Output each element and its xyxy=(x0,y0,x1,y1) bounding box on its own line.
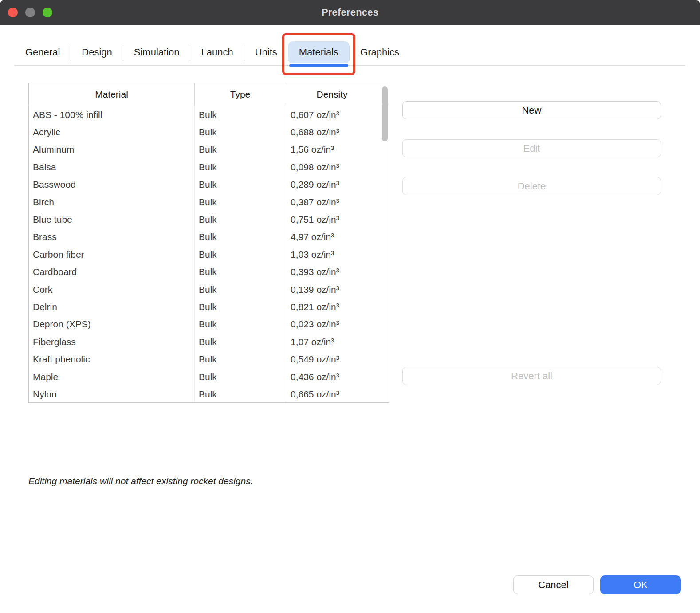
table-header: Material Type Density xyxy=(29,83,389,106)
cell-type: Bulk xyxy=(195,263,286,281)
table-row[interactable]: Acrylic Bulk 0,688 oz/in³ xyxy=(29,123,389,141)
materials-note: Editing materials will not affect existi… xyxy=(28,476,253,487)
cell-type: Bulk xyxy=(195,281,286,298)
cell-material: Fiberglass xyxy=(29,333,195,350)
cell-density: 1,07 oz/in³ xyxy=(286,333,389,350)
table-row[interactable]: Maple Bulk 0,436 oz/in³ xyxy=(29,368,389,385)
tab-general[interactable]: General xyxy=(15,41,71,63)
vertical-scrollbar-thumb[interactable] xyxy=(382,86,388,141)
table-row[interactable]: Nylon Bulk 0,665 oz/in³ xyxy=(29,385,389,402)
table-row[interactable]: Aluminum Bulk 1,56 oz/in³ xyxy=(29,141,389,158)
cell-density: 4,97 oz/in³ xyxy=(286,228,389,246)
table-row[interactable]: Carbon fiber Bulk 1,03 oz/in³ xyxy=(29,246,389,263)
materials-table: Material Type Density ABS - 100% infill … xyxy=(28,83,389,403)
delete-button[interactable]: Delete xyxy=(402,177,661,195)
column-header-density[interactable]: Density xyxy=(286,83,378,106)
cell-density: 0,821 oz/in³ xyxy=(286,298,389,315)
zoom-window-button[interactable] xyxy=(43,8,52,17)
table-row[interactable]: Basswood Bulk 0,289 oz/in³ xyxy=(29,176,389,193)
cell-density: 0,436 oz/in³ xyxy=(286,368,389,385)
column-header-material[interactable]: Material xyxy=(29,83,195,106)
cell-type: Bulk xyxy=(195,123,286,141)
cell-type: Bulk xyxy=(195,176,286,193)
tab-launch[interactable]: Launch xyxy=(190,41,244,63)
cell-type: Bulk xyxy=(195,211,286,228)
table-row[interactable]: Birch Bulk 0,387 oz/in³ xyxy=(29,193,389,211)
cell-material: Carbon fiber xyxy=(29,246,195,263)
cell-material: ABS - 100% infill xyxy=(29,106,195,123)
cell-material: Cardboard xyxy=(29,263,195,281)
table-body: ABS - 100% infill Bulk 0,607 oz/in³ Acry… xyxy=(29,106,389,402)
table-row[interactable]: Balsa Bulk 0,098 oz/in³ xyxy=(29,158,389,176)
cell-material: Blue tube xyxy=(29,211,195,228)
cell-density: 0,665 oz/in³ xyxy=(286,385,389,402)
cell-type: Bulk xyxy=(195,228,286,246)
cell-material: Cork xyxy=(29,281,195,298)
ok-button[interactable]: OK xyxy=(600,575,681,594)
tab-graphics[interactable]: Graphics xyxy=(350,41,410,63)
cell-material: Kraft phenolic xyxy=(29,350,195,368)
cell-material: Acrylic xyxy=(29,123,195,141)
cell-density: 0,023 oz/in³ xyxy=(286,316,389,333)
cell-type: Bulk xyxy=(195,333,286,350)
cell-density: 0,098 oz/in³ xyxy=(286,158,389,176)
edit-button[interactable]: Edit xyxy=(402,139,661,157)
cell-type: Bulk xyxy=(195,298,286,315)
cell-type: Bulk xyxy=(195,141,286,158)
cell-material: Aluminum xyxy=(29,141,195,158)
table-row[interactable]: Brass Bulk 4,97 oz/in³ xyxy=(29,228,389,246)
cell-density: 1,56 oz/in³ xyxy=(286,141,389,158)
cell-density: 0,393 oz/in³ xyxy=(286,263,389,281)
cell-material: Depron (XPS) xyxy=(29,316,195,333)
cell-type: Bulk xyxy=(195,350,286,368)
cell-density: 0,289 oz/in³ xyxy=(286,176,389,193)
table-row[interactable]: ABS - 100% infill Bulk 0,607 oz/in³ xyxy=(29,106,389,123)
cell-type: Bulk xyxy=(195,316,286,333)
window-titlebar: Preferences xyxy=(0,0,700,25)
table-row[interactable]: Blue tube Bulk 0,751 oz/in³ xyxy=(29,211,389,228)
cell-density: 0,139 oz/in³ xyxy=(286,281,389,298)
window-title: Preferences xyxy=(322,7,378,18)
tab-simulation[interactable]: Simulation xyxy=(123,41,190,63)
cell-density: 0,688 oz/in³ xyxy=(286,123,389,141)
cell-density: 0,751 oz/in³ xyxy=(286,211,389,228)
column-header-type[interactable]: Type xyxy=(195,83,286,106)
table-row[interactable]: Depron (XPS) Bulk 0,023 oz/in³ xyxy=(29,316,389,333)
cell-material: Nylon xyxy=(29,385,195,402)
cell-material: Basswood xyxy=(29,176,195,193)
cell-density: 0,549 oz/in³ xyxy=(286,350,389,368)
revert-all-button[interactable]: Revert all xyxy=(402,367,661,385)
table-row[interactable]: Delrin Bulk 0,821 oz/in³ xyxy=(29,298,389,315)
cell-material: Delrin xyxy=(29,298,195,315)
traffic-lights xyxy=(8,8,52,17)
tab-units[interactable]: Units xyxy=(244,41,288,63)
cell-density: 0,607 oz/in³ xyxy=(286,106,389,123)
new-button[interactable]: New xyxy=(402,101,661,119)
table-row[interactable]: Cork Bulk 0,139 oz/in³ xyxy=(29,281,389,298)
close-window-button[interactable] xyxy=(8,8,18,17)
cancel-button[interactable]: Cancel xyxy=(513,575,594,594)
annotation-highlight-box xyxy=(282,33,355,75)
cell-type: Bulk xyxy=(195,158,286,176)
table-row[interactable]: Cardboard Bulk 0,393 oz/in³ xyxy=(29,263,389,281)
tab-design[interactable]: Design xyxy=(71,41,122,63)
tab-materials[interactable]: Materials xyxy=(288,41,349,63)
cell-type: Bulk xyxy=(195,368,286,385)
cell-density: 0,387 oz/in³ xyxy=(286,193,389,211)
table-row[interactable]: Fiberglass Bulk 1,07 oz/in³ xyxy=(29,333,389,350)
minimize-window-button[interactable] xyxy=(25,8,35,17)
tab-bar: GeneralDesignSimulationLaunchUnitsMateri… xyxy=(15,25,685,66)
cell-density: 1,03 oz/in³ xyxy=(286,246,389,263)
cell-material: Maple xyxy=(29,368,195,385)
cell-type: Bulk xyxy=(195,106,286,123)
table-row[interactable]: Kraft phenolic Bulk 0,549 oz/in³ xyxy=(29,350,389,368)
cell-material: Brass xyxy=(29,228,195,246)
cell-type: Bulk xyxy=(195,246,286,263)
cell-type: Bulk xyxy=(195,385,286,402)
cell-material: Birch xyxy=(29,193,195,211)
cell-material: Balsa xyxy=(29,158,195,176)
cell-type: Bulk xyxy=(195,193,286,211)
